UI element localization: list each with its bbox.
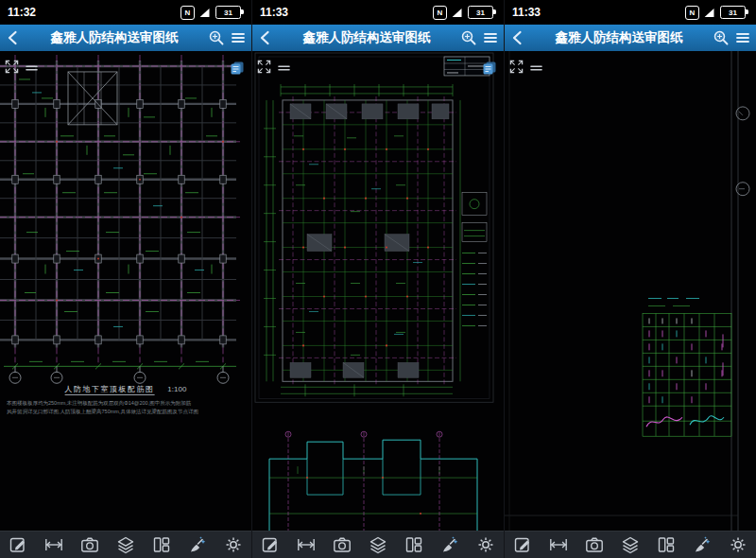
zoom-button[interactable] xyxy=(206,27,227,48)
status-icons: N 31 xyxy=(433,6,496,20)
measure-button[interactable] xyxy=(294,533,318,556)
screens-row: 11:32 N 31 鑫雅人防结构送审图纸 xyxy=(0,0,756,558)
status-time: 11:32 xyxy=(8,6,36,19)
markup-icon xyxy=(440,535,459,554)
zoom-button[interactable] xyxy=(711,27,731,48)
edit-button[interactable] xyxy=(258,533,283,556)
layout-button[interactable] xyxy=(402,533,426,556)
measure-button[interactable] xyxy=(546,533,571,556)
settings-button[interactable] xyxy=(221,533,246,556)
fullscreen-button[interactable] xyxy=(509,60,524,74)
drawing-caption-text: 人防地下室顶板配筋图 xyxy=(65,385,155,395)
edit-icon xyxy=(513,535,532,554)
layers-icon xyxy=(621,535,640,554)
layout-icon xyxy=(152,535,171,554)
battery-percent: 31 xyxy=(729,9,737,17)
layers-icon xyxy=(369,535,387,554)
camera-icon xyxy=(333,535,352,554)
edit-button[interactable] xyxy=(6,533,30,556)
fullscreen-button[interactable] xyxy=(257,60,271,74)
cad-canvas[interactable] xyxy=(505,51,756,531)
back-icon xyxy=(258,30,273,45)
phone-screen-1: 11:32 N 31 鑫雅人防结构送审图纸 xyxy=(0,0,251,558)
drag-handle-button[interactable] xyxy=(26,64,38,72)
pages-copy-icon xyxy=(230,61,245,76)
pages-copy-icon xyxy=(482,61,497,76)
layout-icon xyxy=(657,535,676,554)
title-bar: 鑫雅人防结构送审图纸 xyxy=(252,25,504,51)
drawing-notes: 本图楼板板厚均为250mm,未注明板配筋为双层双向Φ14@200,图中所示为附加… xyxy=(7,399,245,417)
cad-drawing-title-block xyxy=(505,51,756,531)
measure-icon xyxy=(44,535,63,554)
camera-button[interactable] xyxy=(77,533,102,556)
edit-icon xyxy=(261,535,280,554)
markup-button[interactable] xyxy=(438,533,462,556)
back-button[interactable] xyxy=(4,28,23,47)
layout-button[interactable] xyxy=(149,533,174,556)
pages-button[interactable] xyxy=(230,61,245,76)
layers-button[interactable] xyxy=(113,533,138,556)
measure-icon xyxy=(297,535,316,554)
status-time: 11:33 xyxy=(512,6,541,19)
title-bar: 鑫雅人防结构送审图纸 xyxy=(0,25,251,51)
status-bar: 11:32 N 31 xyxy=(0,0,251,25)
settings-button[interactable] xyxy=(473,533,498,556)
markup-icon xyxy=(693,535,712,554)
page-title: 鑫雅人防结构送审图纸 xyxy=(25,29,204,46)
edit-button[interactable] xyxy=(510,533,535,556)
zoom-button[interactable] xyxy=(458,27,479,48)
drag-handle-icon xyxy=(278,64,290,72)
battery-percent: 31 xyxy=(476,9,485,17)
drawing-scale: 1:100 xyxy=(167,385,186,393)
drag-handle-button[interactable] xyxy=(278,64,290,72)
page-title: 鑫雅人防结构送审图纸 xyxy=(529,29,709,46)
fullscreen-icon xyxy=(5,60,19,74)
signal-icon xyxy=(704,9,715,17)
layers-button[interactable] xyxy=(366,533,390,556)
bottom-toolbar xyxy=(0,531,251,558)
back-icon xyxy=(6,30,21,45)
menu-button[interactable] xyxy=(229,28,248,47)
status-icons: N 31 xyxy=(685,6,748,20)
layers-icon xyxy=(116,535,135,554)
measure-button[interactable] xyxy=(42,533,66,556)
bottom-toolbar xyxy=(252,531,504,558)
menu-button[interactable] xyxy=(733,28,752,47)
menu-button[interactable] xyxy=(481,28,500,47)
layers-button[interactable] xyxy=(618,533,643,556)
battery-icon: 31 xyxy=(215,6,241,19)
markup-button[interactable] xyxy=(185,533,210,556)
title-bar: 鑫雅人防结构送审图纸 xyxy=(505,25,756,51)
cad-canvas[interactable]: 人防地下室顶板配筋图 1:100 本图楼板板厚均为250mm,未注明板配筋为双层… xyxy=(0,51,251,531)
camera-icon xyxy=(585,535,604,554)
back-icon xyxy=(510,30,525,45)
back-button[interactable] xyxy=(256,28,275,47)
battery-icon: 31 xyxy=(468,6,493,19)
nfc-icon: N xyxy=(180,6,195,20)
nfc-icon: N xyxy=(433,6,447,20)
settings-gear-icon xyxy=(729,535,747,554)
bottom-toolbar xyxy=(505,531,756,558)
magnifier-zoom-icon xyxy=(208,29,225,46)
battery-icon: 31 xyxy=(720,6,746,19)
status-time: 11:33 xyxy=(260,6,288,19)
layout-icon xyxy=(404,535,423,554)
phone-screen-2: 11:33 N 31 鑫雅人防结构送审图纸 xyxy=(251,0,504,558)
settings-button[interactable] xyxy=(726,533,750,556)
back-button[interactable] xyxy=(508,28,527,47)
camera-button[interactable] xyxy=(582,533,607,556)
fullscreen-button[interactable] xyxy=(5,60,19,74)
status-icons: N 31 xyxy=(180,6,244,20)
note-line-2: 风井留洞详见口部详图,人防顶板上翻梁高750mm,具体做法详见梁配筋图及节点详图 xyxy=(7,408,245,416)
cad-drawing-floor-plan xyxy=(252,51,504,531)
camera-button[interactable] xyxy=(330,533,354,556)
layout-button[interactable] xyxy=(654,533,679,556)
markup-button[interactable] xyxy=(690,533,714,556)
note-line-1: 本图楼板板厚均为250mm,未注明板配筋为双层双向Φ14@200,图中所示为附加… xyxy=(7,399,245,408)
drag-handle-button[interactable] xyxy=(530,64,542,72)
magnifier-zoom-icon xyxy=(713,29,730,46)
pages-button[interactable] xyxy=(482,61,497,76)
cad-canvas[interactable] xyxy=(252,51,504,531)
settings-gear-icon xyxy=(476,535,495,554)
page-title: 鑫雅人防结构送审图纸 xyxy=(277,29,456,46)
